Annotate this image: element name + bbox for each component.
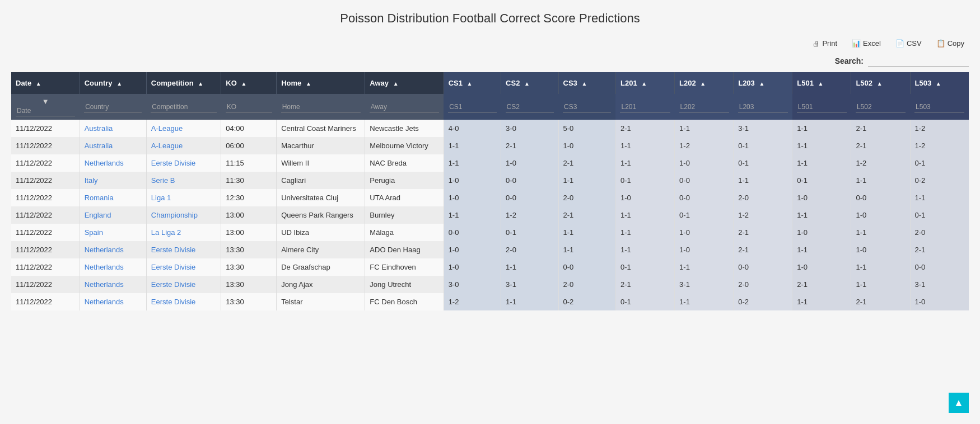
filter-l201-input[interactable] [620,102,670,112]
l503-sort-icon: ▲ [936,81,941,87]
cell-l203: 1-1 [734,172,792,189]
search-input[interactable] [868,55,969,67]
country-link[interactable]: Italy [85,176,98,185]
table-row: 11/12/2022NetherlandsEerste Divisie13:30… [11,241,969,258]
country-link[interactable]: Spain [85,228,103,237]
cell-cs1: 3-0 [444,276,501,293]
col-l201[interactable]: L201 ▲ [615,72,674,94]
col-cs1[interactable]: CS1 ▲ [444,72,501,94]
cell-home: Telstar [277,293,365,310]
excel-button[interactable]: 📊 Excel [847,37,885,50]
cell-competition[interactable]: Eerste Divisie [146,276,221,293]
cell-l202: 1-0 [675,154,734,172]
cell-country[interactable]: Netherlands [80,258,146,276]
cell-country[interactable]: Netherlands [80,293,146,310]
competition-link[interactable]: Eerste Divisie [151,159,195,167]
country-link[interactable]: England [85,211,111,219]
col-date[interactable]: Date ▲ [11,72,80,94]
cell-l203: 3-1 [734,120,792,137]
cell-competition[interactable]: Eerste Divisie [146,258,221,276]
filter-home-cell [277,94,365,120]
col-competition[interactable]: Competition ▲ [146,72,221,94]
table-row: 11/12/2022ItalySerie B11:30CagliariPerug… [11,172,969,189]
cell-competition[interactable]: Eerste Divisie [146,241,221,258]
country-link[interactable]: Netherlands [85,280,124,289]
country-link[interactable]: Australia [85,142,113,150]
cell-cs1: 1-0 [444,258,501,276]
cell-country[interactable]: Australia [80,120,146,137]
cell-country[interactable]: Netherlands [80,241,146,258]
filter-date-input[interactable] [16,106,75,116]
country-link[interactable]: Netherlands [85,159,124,167]
cell-competition[interactable]: Eerste Divisie [146,293,221,310]
competition-link[interactable]: Eerste Divisie [151,280,195,289]
filter-cs2-input[interactable] [506,102,554,112]
filter-ko-input[interactable] [226,102,272,112]
competition-link[interactable]: Eerste Divisie [151,298,195,306]
col-l501[interactable]: L501 ▲ [792,72,851,94]
col-country[interactable]: Country ▲ [80,72,146,94]
country-link[interactable]: Netherlands [85,246,124,254]
filter-l502-input[interactable] [856,102,906,112]
competition-link[interactable]: Eerste Divisie [151,246,195,254]
print-button[interactable]: 🖨 Print [808,37,842,50]
filter-away-input[interactable] [370,102,439,112]
cell-l201: 2-1 [615,120,674,137]
col-cs2[interactable]: CS2 ▲ [501,72,558,94]
cell-country[interactable]: Netherlands [80,276,146,293]
cell-competition[interactable]: Eerste Divisie [146,154,221,172]
table-body: 11/12/2022AustraliaA-League04:00Central … [11,120,969,310]
cell-ko: 13:30 [221,276,277,293]
competition-link[interactable]: A-League [151,124,183,133]
col-l202[interactable]: L202 ▲ [675,72,734,94]
cell-country[interactable]: Romania [80,189,146,206]
col-l502[interactable]: L502 ▲ [851,72,910,94]
filter-home-input[interactable] [281,102,361,112]
filter-cs1-input[interactable] [448,102,496,112]
filter-l203-input[interactable] [738,102,788,112]
col-away[interactable]: Away ▲ [365,72,444,94]
competition-link[interactable]: Eerste Divisie [151,263,195,271]
cell-competition[interactable]: Serie B [146,172,221,189]
cell-country[interactable]: Australia [80,137,146,154]
copy-button[interactable]: 📋 Copy [932,37,969,50]
col-cs3[interactable]: CS3 ▲ [558,72,615,94]
cell-cs1: 1-1 [444,154,501,172]
cell-cs3: 1-1 [558,172,615,189]
col-l503[interactable]: L503 ▲ [910,72,969,94]
cell-competition[interactable]: La Liga 2 [146,224,221,241]
cell-competition[interactable]: Championship [146,206,221,224]
filter-l501-input[interactable] [797,102,847,112]
cell-l502: 1-1 [851,276,910,293]
table-row: 11/12/2022AustraliaA-League06:00Macarthu… [11,137,969,154]
cell-country[interactable]: Italy [80,172,146,189]
competition-link[interactable]: La Liga 2 [151,228,181,237]
col-home[interactable]: Home ▲ [277,72,365,94]
filter-competition-input[interactable] [151,102,216,112]
filter-cs3-input[interactable] [563,102,611,112]
country-link[interactable]: Netherlands [85,263,124,271]
cs3-sort-icon: ▲ [581,81,587,87]
cell-competition[interactable]: Liga 1 [146,189,221,206]
cell-country[interactable]: Spain [80,224,146,241]
cell-competition[interactable]: A-League [146,137,221,154]
filter-country-input[interactable] [84,102,142,112]
cell-competition[interactable]: A-League [146,120,221,137]
cell-cs1: 1-0 [444,241,501,258]
filter-l202-input[interactable] [679,102,729,112]
country-link[interactable]: Australia [85,124,113,133]
cell-cs3: 0-0 [558,258,615,276]
country-link[interactable]: Romania [85,194,114,202]
col-l203[interactable]: L203 ▲ [734,72,792,94]
csv-button[interactable]: 📄 CSV [891,37,926,50]
competition-link[interactable]: A-League [151,142,183,150]
country-link[interactable]: Netherlands [85,298,124,306]
competition-link[interactable]: Liga 1 [151,194,171,202]
competition-link[interactable]: Serie B [151,176,175,185]
filter-l503-input[interactable] [914,102,964,112]
cell-cs2: 3-1 [501,276,558,293]
col-ko[interactable]: KO ▲ [221,72,277,94]
cell-country[interactable]: England [80,206,146,224]
cell-country[interactable]: Netherlands [80,154,146,172]
competition-link[interactable]: Championship [151,211,198,219]
